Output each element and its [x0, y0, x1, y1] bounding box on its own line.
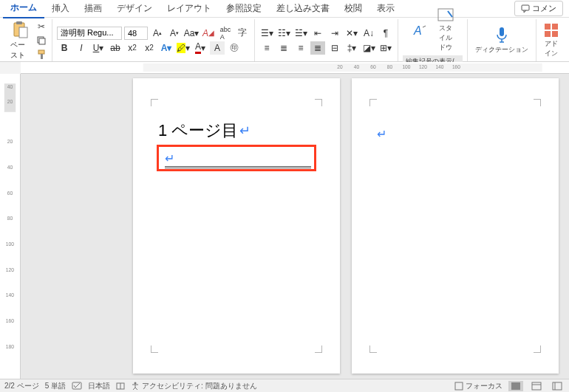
status-insert-mode-icon[interactable]: [116, 382, 125, 391]
page-heading[interactable]: 1 ページ目 ↵: [158, 120, 315, 142]
margin-corner-bl: [151, 345, 158, 353]
align-left-icon[interactable]: ≡: [259, 41, 274, 55]
page-1[interactable]: 1 ページ目 ↵ ↵: [133, 78, 340, 374]
letter-a-blue-icon: A: [412, 23, 427, 38]
margin-corner-tl: [151, 99, 158, 106]
line-spacing-icon[interactable]: ‡▾: [344, 41, 359, 55]
show-marks-icon[interactable]: ¶: [378, 27, 393, 40]
svg-text:40: 40: [7, 84, 13, 89]
svg-point-40: [134, 382, 137, 384]
vertical-ruler[interactable]: 4020 204060 80100120 140160180: [0, 74, 21, 379]
increase-indent-icon[interactable]: ⇥: [327, 27, 342, 40]
dictation-button[interactable]: ディクテーション: [472, 24, 531, 56]
view-print-layout-icon[interactable]: [508, 381, 523, 391]
decrease-indent-icon[interactable]: ⇤: [310, 27, 325, 40]
tab-review[interactable]: 校閲: [337, 0, 369, 18]
status-focus[interactable]: フォーカス: [454, 381, 502, 391]
font-size-input[interactable]: [124, 27, 148, 40]
horizontal-rule-line: [165, 168, 311, 168]
clear-format-icon[interactable]: A◢: [201, 27, 216, 40]
page-2[interactable]: ↵: [352, 78, 559, 374]
cut-icon[interactable]: ✂: [35, 21, 47, 32]
svg-rect-41: [455, 382, 463, 390]
svg-rect-6: [38, 50, 44, 54]
status-bar: 2/2 ページ 5 単語 日本語 アクセシビリティ: 問題ありません フォーカス: [0, 379, 569, 392]
align-right-icon[interactable]: ≡: [293, 41, 308, 55]
italic-icon[interactable]: I: [74, 41, 89, 55]
format-painter-icon[interactable]: [35, 49, 47, 61]
svg-rect-9: [500, 27, 504, 36]
enclose-circle-icon[interactable]: ㊞: [227, 41, 242, 55]
speech-bubble-icon: [521, 4, 530, 13]
multilevel-list-icon[interactable]: ☱▾: [293, 27, 308, 40]
borders-icon[interactable]: ⊞▾: [378, 41, 393, 55]
clipboard-icon: [13, 21, 29, 38]
tab-view[interactable]: 表示: [369, 0, 402, 18]
tab-draw[interactable]: 描画: [77, 0, 109, 18]
superscript-icon[interactable]: x2: [142, 41, 157, 55]
enclose-char-icon[interactable]: 字: [235, 27, 250, 40]
svg-text:100: 100: [402, 64, 410, 69]
change-case-icon[interactable]: Aa▾: [184, 27, 199, 40]
strikethrough-icon[interactable]: ab: [108, 41, 123, 55]
styles-button-a[interactable]: A: [409, 21, 430, 39]
svg-rect-45: [553, 382, 562, 390]
styles-pane-button[interactable]: スタ イル ドウ: [435, 7, 457, 54]
svg-rect-42: [511, 382, 520, 390]
svg-text:60: 60: [370, 64, 376, 69]
svg-text:80: 80: [7, 216, 13, 221]
group-editmarks: A スタ イル ドウ 編集記号の表示/非表示: [398, 19, 468, 61]
character-shading-icon[interactable]: A: [210, 41, 225, 55]
shading-icon[interactable]: ◪▾: [361, 41, 376, 55]
highlight-icon[interactable]: 🖊▾: [176, 41, 191, 55]
copy-icon[interactable]: [35, 35, 47, 47]
subscript-icon[interactable]: x2: [125, 41, 140, 55]
sort-icon[interactable]: A↓: [361, 27, 376, 40]
status-page[interactable]: 2/2 ページ: [4, 381, 39, 391]
svg-text:A: A: [413, 24, 422, 37]
tab-references[interactable]: 参照設定: [219, 0, 269, 18]
status-language[interactable]: 日本語: [88, 381, 110, 391]
bullets-icon[interactable]: ☰▾: [259, 27, 274, 40]
accessibility-icon: [131, 382, 140, 391]
asian-layout-icon[interactable]: ✕▾: [344, 27, 359, 40]
comments-button[interactable]: コメン: [514, 1, 563, 16]
decrease-font-icon[interactable]: A▾: [167, 27, 182, 40]
margin-corner-tr: [315, 99, 322, 106]
svg-text:120: 120: [6, 267, 15, 272]
view-read-icon[interactable]: [529, 381, 544, 391]
paste-button[interactable]: ペースト: [7, 19, 33, 62]
tab-home[interactable]: ホーム: [3, 0, 44, 18]
justify-icon[interactable]: ≣: [310, 41, 325, 55]
text-effects-icon[interactable]: A▾: [159, 41, 174, 55]
font-name-input[interactable]: [57, 27, 122, 40]
horizontal-ruler[interactable]: 204060 80100120 140160: [21, 62, 569, 74]
increase-font-icon[interactable]: A▴: [150, 27, 165, 40]
addins-button[interactable]: アド イン: [541, 21, 562, 60]
group-font: A▴ A▾ Aa▾ A◢ abcA 字 B I U▾ ab x2 x2 A▾ 🖊…: [52, 19, 255, 61]
view-web-icon[interactable]: [550, 381, 565, 391]
tab-design[interactable]: デザイン: [109, 0, 160, 18]
status-words[interactable]: 5 単語: [45, 381, 66, 391]
tab-mailings[interactable]: 差し込み文書: [269, 0, 337, 18]
numbering-icon[interactable]: ☷▾: [276, 27, 291, 40]
svg-text:60: 60: [7, 190, 13, 196]
font-color-icon[interactable]: A▾: [193, 41, 208, 55]
align-center-icon[interactable]: ≣: [276, 41, 291, 55]
svg-text:160: 160: [6, 318, 15, 323]
svg-rect-2: [16, 21, 22, 24]
svg-rect-24: [0, 79, 20, 373]
tab-layout[interactable]: レイアウト: [160, 0, 219, 18]
svg-text:140: 140: [6, 292, 15, 298]
status-accessibility[interactable]: アクセシビリティ: 問題ありません: [131, 381, 257, 391]
svg-text:20: 20: [7, 99, 13, 104]
distribute-icon[interactable]: ⊟: [327, 41, 342, 55]
microphone-icon: [495, 26, 508, 44]
bold-icon[interactable]: B: [57, 41, 72, 55]
tab-insert[interactable]: 挿入: [44, 0, 77, 18]
underline-icon[interactable]: U▾: [91, 41, 106, 55]
status-spell-icon[interactable]: [72, 382, 82, 391]
document-canvas[interactable]: 1 ページ目 ↵ ↵ ↵: [21, 74, 569, 379]
phonetic-guide-icon[interactable]: abcA: [218, 27, 233, 40]
svg-rect-11: [552, 24, 558, 30]
